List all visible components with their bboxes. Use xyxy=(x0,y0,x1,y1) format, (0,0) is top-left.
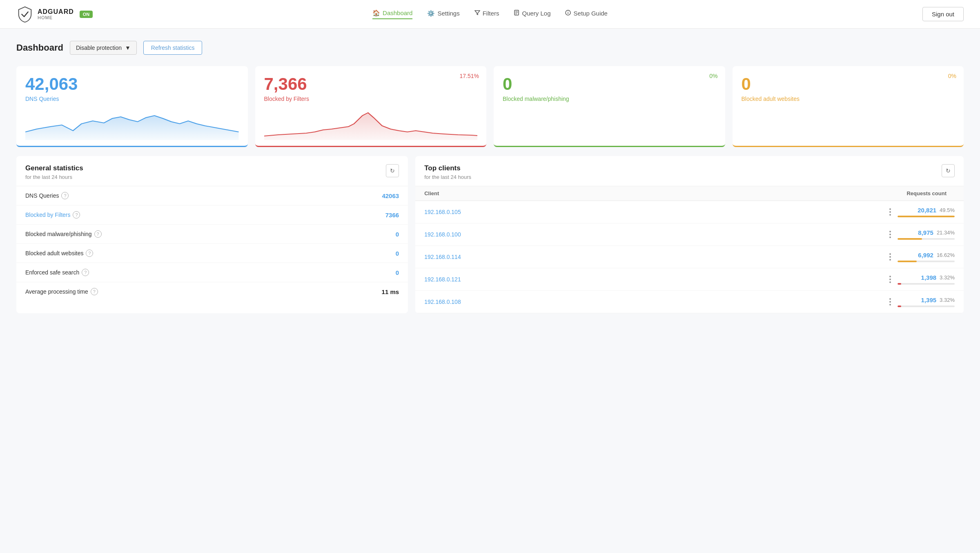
nav-settings-label: Settings xyxy=(437,10,459,17)
client-menu[interactable] xyxy=(888,207,893,217)
stat-row-blocked-adult: Blocked adult websites ? 0 xyxy=(16,244,408,263)
dns-queries-help-icon[interactable]: ? xyxy=(61,192,69,199)
dns-queries-card: 42,063 DNS Queries xyxy=(16,66,248,147)
client-count-area: 1,398 3.32% xyxy=(898,274,955,285)
top-clients-title-area: Top clients for the last 24 hours xyxy=(424,164,471,180)
requests-col-header: Requests count xyxy=(690,190,955,196)
client-pct: 21.34% xyxy=(937,230,955,236)
logo-text: ADGUARD HOME xyxy=(38,8,74,20)
stat-row-safe-search-label: Enforced safe search ? xyxy=(25,269,89,276)
page-header: Dashboard Disable protection ▼ Refresh s… xyxy=(16,41,964,55)
client-bar-bg xyxy=(898,238,955,240)
stat-row-blocked-filters: Blocked by Filters ? 7366 xyxy=(16,205,408,225)
safe-search-help-icon[interactable]: ? xyxy=(82,269,89,276)
brand-name: ADGUARD xyxy=(38,8,74,16)
stat-row-blocked-adult-value: 0 xyxy=(396,250,399,257)
stat-row-blocked-filters-label[interactable]: Blocked by Filters ? xyxy=(25,211,80,219)
nav-filters[interactable]: Filters xyxy=(474,10,499,18)
client-bar-bg xyxy=(898,216,955,217)
stats-cards: 42,063 DNS Queries 17.51% 7,366 xyxy=(16,66,964,147)
nav-query-log-label: Query Log xyxy=(522,10,550,17)
blocked-filters-value: 7,366 xyxy=(264,74,478,94)
chevron-down-icon: ▼ xyxy=(125,45,131,51)
stat-row-avg-time-label: Average processing time ? xyxy=(25,288,98,295)
client-menu[interactable] xyxy=(888,297,893,307)
client-count: 8,975 xyxy=(918,229,933,236)
clients-table-header: Client Requests count xyxy=(415,186,964,201)
client-count: 20,821 xyxy=(918,207,936,214)
refresh-statistics-button[interactable]: Refresh statistics xyxy=(143,41,203,55)
stat-row-dns-queries: DNS Queries ? 42063 xyxy=(16,186,408,205)
client-bar-bg xyxy=(898,261,955,262)
client-pct: 3.32% xyxy=(940,274,955,281)
blocked-filters-percent: 17.51% xyxy=(460,73,479,79)
nav-query-log[interactable]: Query Log xyxy=(514,10,550,18)
client-ip[interactable]: 192.168.0.121 xyxy=(424,276,883,283)
blocked-malware-help-icon[interactable]: ? xyxy=(94,230,102,238)
blocked-adult-value: 0 xyxy=(742,74,955,94)
logo-area: ADGUARD HOME ON xyxy=(16,6,93,23)
top-clients-header: Top clients for the last 24 hours ↻ xyxy=(415,156,964,186)
settings-icon: ⚙️ xyxy=(427,10,435,17)
blocked-malware-value: 0 xyxy=(503,74,716,94)
nav-setup-guide[interactable]: Setup Guide xyxy=(566,10,608,18)
blocked-adult-help-icon[interactable]: ? xyxy=(86,250,93,257)
blocked-malware-percent: 0% xyxy=(709,73,717,79)
general-stats-refresh-button[interactable]: ↻ xyxy=(386,164,399,177)
client-bar-bg xyxy=(898,283,955,285)
client-row: 192.168.0.114 6,992 16.62% xyxy=(415,246,964,268)
info-icon xyxy=(566,10,571,17)
avg-time-help-icon[interactable]: ? xyxy=(91,288,98,295)
disable-protection-button[interactable]: Disable protection ▼ xyxy=(70,41,137,55)
client-ip[interactable]: 192.168.0.100 xyxy=(424,231,883,238)
stat-row-blocked-adult-label: Blocked adult websites ? xyxy=(25,250,93,257)
filter-icon xyxy=(474,10,480,17)
client-ip[interactable]: 192.168.0.114 xyxy=(424,254,883,260)
svg-point-6 xyxy=(568,11,568,11)
client-menu[interactable] xyxy=(888,229,893,240)
dns-queries-label: DNS Queries xyxy=(25,96,239,102)
blocked-filters-chart xyxy=(264,109,478,140)
client-row: 192.168.0.108 1,395 3.32% xyxy=(415,291,964,313)
client-count-area: 1,395 3.32% xyxy=(898,297,955,307)
home-icon: 🏠 xyxy=(372,9,380,17)
client-pct: 3.32% xyxy=(940,297,955,303)
client-bar-fill xyxy=(898,216,955,217)
top-clients-title: Top clients xyxy=(424,164,471,172)
client-bar-fill xyxy=(898,283,901,285)
sign-out-button[interactable]: Sign out xyxy=(922,7,964,21)
blocked-adult-label: Blocked adult websites xyxy=(742,96,955,102)
stat-row-safe-search-value: 0 xyxy=(396,269,399,276)
general-stats-title: General statistics xyxy=(25,164,83,172)
blocked-filters-label: Blocked by Filters xyxy=(264,96,478,102)
nav-dashboard[interactable]: 🏠 Dashboard xyxy=(372,9,412,19)
client-count: 1,395 xyxy=(921,297,937,303)
blocked-malware-label: Blocked malware/phishing xyxy=(503,96,716,102)
client-pct: 49.5% xyxy=(940,207,955,213)
top-clients-panel: Top clients for the last 24 hours ↻ Clie… xyxy=(415,156,964,313)
shield-logo-icon xyxy=(16,6,33,23)
client-count: 6,992 xyxy=(918,252,933,259)
nav-setup-guide-label: Setup Guide xyxy=(574,10,608,17)
stat-row-blocked-malware-label: Blocked malware/phishing ? xyxy=(25,230,102,238)
client-menu[interactable] xyxy=(888,274,893,285)
client-ip[interactable]: 192.168.0.105 xyxy=(424,209,883,215)
blocked-filters-help-icon[interactable]: ? xyxy=(73,211,80,219)
client-count: 1,398 xyxy=(921,274,937,281)
client-count-area: 8,975 21.34% xyxy=(898,229,955,240)
nav-filters-label: Filters xyxy=(483,10,499,17)
client-count-area: 6,992 16.62% xyxy=(898,252,955,262)
client-menu[interactable] xyxy=(888,252,893,262)
general-stats-title-area: General statistics for the last 24 hours xyxy=(25,164,83,180)
client-bar-fill xyxy=(898,238,922,240)
blocked-filters-card: 17.51% 7,366 Blocked by Filters xyxy=(255,66,487,147)
nav-settings[interactable]: ⚙️ Settings xyxy=(427,10,459,19)
stat-row-safe-search: Enforced safe search ? 0 xyxy=(16,263,408,282)
top-clients-refresh-button[interactable]: ↻ xyxy=(942,164,955,177)
client-ip[interactable]: 192.168.0.108 xyxy=(424,299,883,305)
main-content: Dashboard Disable protection ▼ Refresh s… xyxy=(0,29,980,326)
disable-protection-label: Disable protection xyxy=(76,45,122,51)
dns-queries-chart xyxy=(25,109,239,140)
general-stats-subtitle: for the last 24 hours xyxy=(25,174,83,180)
stat-row-dns-value: 42063 xyxy=(382,192,399,199)
